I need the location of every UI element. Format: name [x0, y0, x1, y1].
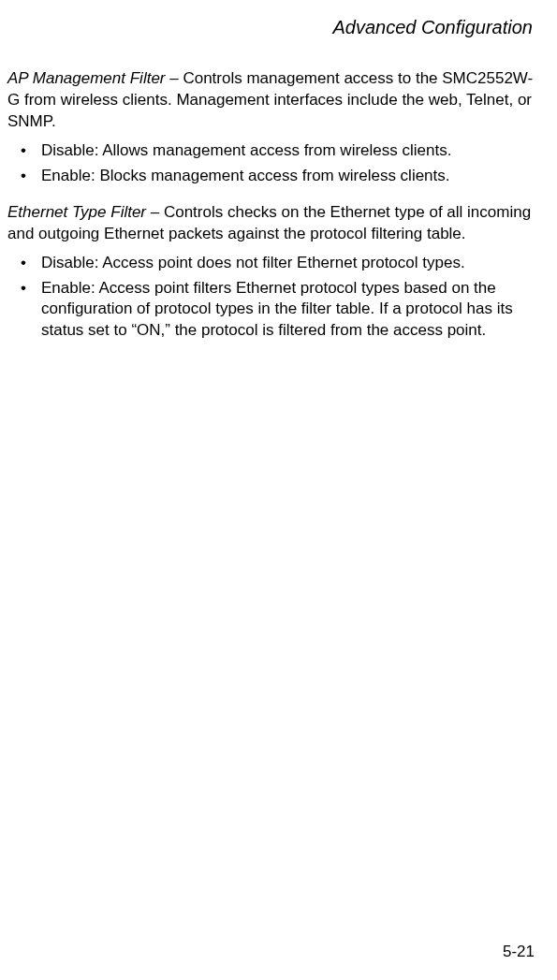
- page-number: 5-21: [503, 943, 535, 961]
- section-ap-management-filter: AP Management Filter – Controls manageme…: [7, 68, 538, 187]
- term-label: AP Management Filter: [7, 69, 166, 87]
- list-item: Enable: Access point filters Ethernet pr…: [7, 278, 538, 343]
- section-paragraph: Ethernet Type Filter – Controls checks o…: [7, 202, 538, 245]
- list-item: Disable: Allows management access from w…: [7, 140, 538, 162]
- bullet-list-ap: Disable: Allows management access from w…: [7, 140, 538, 187]
- section-ethernet-type-filter: Ethernet Type Filter – Controls checks o…: [7, 202, 538, 343]
- list-item: Disable: Access point does not filter Et…: [7, 253, 538, 274]
- term-label: Ethernet Type Filter: [7, 203, 146, 221]
- list-item: Enable: Blocks management access from wi…: [7, 166, 538, 187]
- bullet-list-ethernet: Disable: Access point does not filter Et…: [7, 253, 538, 343]
- page-header: Advanced Configuration: [7, 17, 538, 38]
- header-title: Advanced Configuration: [333, 17, 533, 37]
- section-paragraph: AP Management Filter – Controls manageme…: [7, 68, 538, 133]
